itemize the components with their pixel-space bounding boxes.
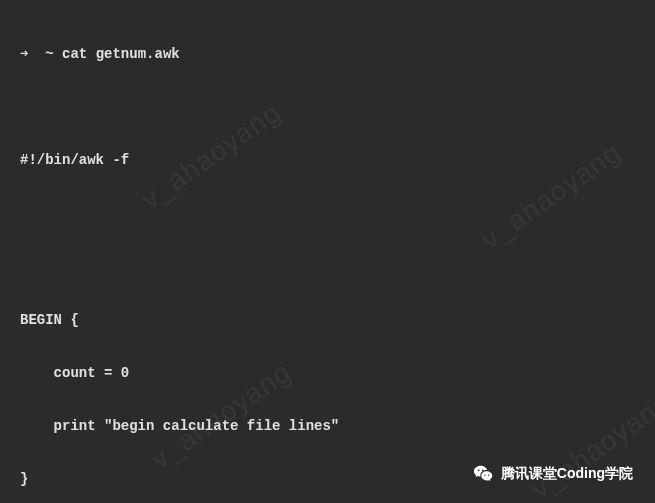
blank-line — [20, 200, 635, 227]
prompt-line: ➜ ~ cat getnum.awk — [20, 41, 635, 68]
code-count-init: count = 0 — [20, 360, 635, 387]
prompt-tilde: ~ — [37, 46, 62, 62]
code-begin: BEGIN { — [20, 307, 635, 334]
blank-line — [20, 94, 635, 121]
footer-label: 腾讯课堂Coding学院 — [501, 465, 633, 483]
blank-line — [20, 253, 635, 280]
terminal-output: ➜ ~ cat getnum.awk #!/bin/awk -f BEGIN {… — [0, 0, 655, 503]
footer-badge: 腾讯课堂Coding学院 — [473, 463, 633, 485]
code-print: print "begin calculate file lines" — [20, 413, 635, 440]
code-shebang: #!/bin/awk -f — [20, 147, 635, 174]
command-text: cat getnum.awk — [62, 46, 180, 62]
prompt-arrow: ➜ — [20, 46, 37, 62]
wechat-icon — [473, 463, 495, 485]
